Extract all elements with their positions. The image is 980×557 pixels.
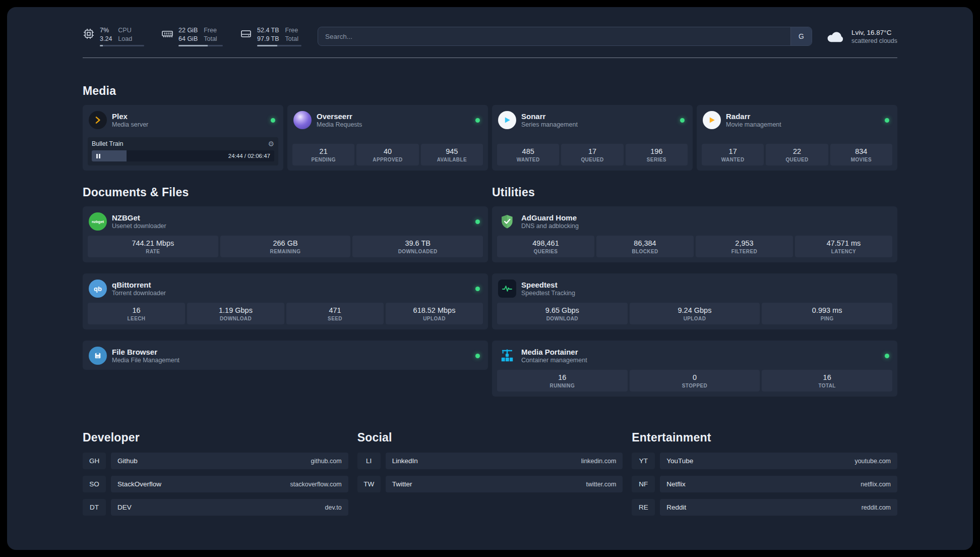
top-bar: 7% 3.24 CPU Load [83, 24, 897, 48]
stat-latency: 47.571 ms LATENCY [795, 236, 892, 257]
stat-queries: 498,461 QUERIES [497, 236, 594, 257]
disk-icon [240, 28, 252, 40]
section-media: Media Plex Media server Bullet Train [83, 84, 897, 171]
bookmark-stackoverflow[interactable]: SO StackOverflow stackoverflow.com [83, 476, 348, 492]
service-title: Sonarr [521, 112, 675, 121]
cpu-load-value: 3.24 [100, 35, 112, 43]
bookmark-twitter[interactable]: TW Twitter twitter.com [357, 476, 623, 492]
service-subtitle: Series management [521, 121, 675, 128]
bookmark-url: linkedin.com [581, 458, 616, 465]
search-provider-button[interactable]: G [790, 27, 812, 45]
stat-download: 9.65 Gbps DOWNLOAD [497, 303, 628, 324]
section-utilities: Utilities AdGuard Home DNS and adblockin… [492, 186, 897, 408]
section-title-documents: Documents & Files [83, 186, 488, 199]
memory-widget: 22 GiB 64 GiB Free Total [161, 26, 223, 46]
bookmark-abbr: RE [632, 499, 655, 516]
section-title-utilities: Utilities [492, 186, 897, 199]
service-title: NZBGet [112, 213, 470, 222]
bookmark-netflix[interactable]: NF Netflix netflix.com [632, 476, 897, 492]
desktop-background: 7% 3.24 CPU Load [0, 0, 980, 557]
speedtest-icon [498, 280, 516, 298]
sonarr-icon [498, 111, 516, 129]
bookmark-url: netflix.com [861, 481, 891, 488]
stat-downloaded: 39.6 TB DOWNLOADED [352, 236, 483, 257]
bookmark-group-social: Social LI LinkedIn linkedin.com TW Twitt… [357, 431, 623, 499]
filebrowser-icon [89, 347, 107, 365]
service-title: Overseerr [317, 112, 470, 121]
disk-progressbar [257, 45, 301, 46]
stat-rate: 744.21 Mbps RATE [88, 236, 218, 257]
cpu-label-bottom: Load [118, 35, 132, 43]
service-card-overseerr[interactable]: Overseerr Media Requests 21 PENDING 40 A… [287, 105, 488, 171]
stat-ping: 0.993 ms PING [762, 303, 892, 324]
bookmark-dev[interactable]: DT DEV dev.to [83, 499, 348, 516]
bookmark-group-entertainment: Entertainment YT YouTube youtube.com NF … [632, 431, 897, 522]
stat-wanted: 17 WANTED [702, 144, 764, 165]
memory-total-value: 64 GiB [178, 35, 198, 43]
service-subtitle: Usenet downloader [112, 222, 470, 230]
pause-icon[interactable] [96, 154, 100, 158]
bookmark-name: Github [117, 457, 138, 465]
overseerr-icon [293, 111, 312, 129]
service-card-radarr[interactable]: Radarr Movie management 17 WANTED 22 QUE… [697, 105, 897, 171]
stat-remaining: 266 GB REMAINING [220, 236, 351, 257]
playback-time: 24:44 / 02:06:47 [228, 153, 270, 159]
service-card-speedtest[interactable]: Speedtest Speedtest Tracking 9.65 Gbps D… [492, 273, 897, 329]
service-subtitle: Media Requests [317, 121, 470, 128]
section-title-media: Media [83, 84, 897, 98]
resource-widgets: 7% 3.24 CPU Load [83, 26, 301, 46]
bookmark-github[interactable]: GH Github github.com [83, 453, 348, 469]
now-playing-title: Bullet Train [92, 140, 124, 147]
service-card-adguard[interactable]: AdGuard Home DNS and adblocking 498,461 … [492, 206, 897, 262]
status-online-dot [680, 118, 685, 123]
service-card-nzbget[interactable]: nzbget NZBGet Usenet downloader 744.21 M… [83, 206, 488, 262]
bookmark-abbr: SO [83, 476, 106, 492]
portainer-icon [498, 347, 516, 365]
stat-blocked: 86,384 BLOCKED [596, 236, 694, 257]
adguard-icon [498, 212, 516, 231]
bookmark-name: LinkedIn [392, 457, 418, 465]
bookmark-name: DEV [117, 504, 132, 511]
plex-now-playing: Bullet Train ⚙ 24:44 / 02:06:47 [88, 137, 278, 165]
service-title: qBittorrent [112, 281, 470, 289]
service-card-sonarr[interactable]: Sonarr Series management 485 WANTED 17 Q… [492, 105, 693, 171]
settings-gear-icon[interactable]: ⚙ [268, 140, 274, 147]
bookmark-url: reddit.com [862, 504, 891, 511]
disk-widget: 52.4 TB 97.9 TB Free Total [240, 26, 301, 46]
service-card-qbittorrent[interactable]: qb qBittorrent Torrent downloader 16 LEE… [83, 273, 488, 329]
bookmark-url: youtube.com [854, 458, 891, 465]
service-subtitle: Media File Management [112, 357, 470, 364]
section-title-entertainment: Entertainment [632, 431, 897, 444]
disk-free-value: 52.4 TB [257, 26, 279, 34]
service-card-portainer[interactable]: Media Portainer Container management 16 … [492, 341, 897, 397]
service-card-filebrowser[interactable]: File Browser Media File Management [83, 341, 488, 370]
status-online-dot [885, 118, 889, 123]
bookmark-url: twitter.com [586, 481, 617, 488]
service-card-plex[interactable]: Plex Media server Bullet Train ⚙ 24:44 [83, 105, 283, 171]
stat-queued: 17 QUEUED [561, 144, 623, 165]
bookmark-reddit[interactable]: RE Reddit reddit.com [632, 499, 897, 516]
disk-label-top: Free [285, 26, 298, 34]
service-title: Radarr [726, 112, 880, 121]
stat-running: 16 RUNNING [497, 370, 628, 392]
bookmark-linkedin[interactable]: LI LinkedIn linkedin.com [357, 453, 623, 469]
service-subtitle: Movie management [726, 121, 880, 128]
radarr-icon [703, 111, 721, 129]
cpu-usage-value: 7% [100, 26, 112, 34]
stat-series: 196 SERIES [626, 144, 688, 165]
bookmark-name: Twitter [392, 480, 412, 488]
bookmark-abbr: GH [83, 453, 106, 469]
service-subtitle: Speedtest Tracking [521, 290, 891, 297]
cpu-icon [83, 28, 95, 40]
stat-stopped: 0 STOPPED [630, 370, 760, 392]
bookmark-youtube[interactable]: YT YouTube youtube.com [632, 453, 897, 469]
service-title: Speedtest [521, 281, 891, 289]
search-input[interactable] [318, 27, 790, 45]
service-subtitle: Media server [112, 121, 266, 128]
memory-free-value: 22 GiB [178, 26, 198, 34]
service-title: AdGuard Home [521, 213, 891, 222]
bookmark-abbr: LI [357, 453, 381, 469]
memory-icon [161, 28, 173, 40]
stat-download: 1.19 Gbps DOWNLOAD [187, 303, 284, 324]
bookmark-group-developer: Developer GH Github github.com SO StackO… [83, 431, 348, 522]
